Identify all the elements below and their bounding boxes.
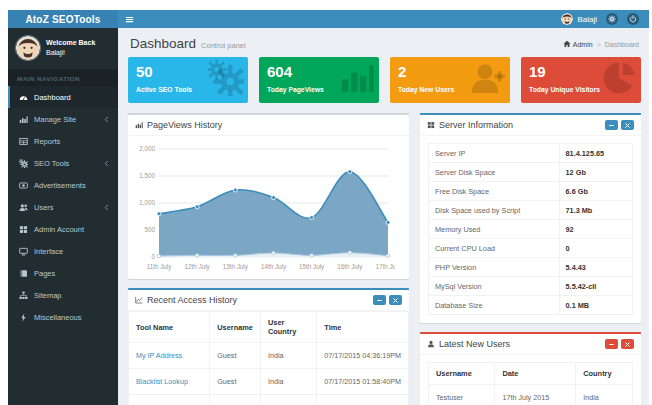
collapse-button[interactable]	[605, 120, 618, 130]
sidebar-item-users[interactable]: Users	[8, 196, 118, 218]
svg-text:17th July: 17th July	[375, 263, 395, 271]
close-button[interactable]	[621, 120, 634, 130]
tool-name-cell: Blacklist Lookup	[129, 395, 210, 405]
server-info-value: 0.1 MB	[559, 296, 632, 315]
svg-text:16th July: 16th July	[337, 263, 363, 271]
pageviews-history-panel: PageViews History 05001,0001,5002,00011t…	[128, 113, 409, 279]
sidebar-item-label: Dashboard	[34, 93, 71, 102]
gears-icon	[208, 60, 244, 100]
latest-users-title: Latest New Users	[439, 339, 510, 349]
recent-access-panel: Recent Access History Tool NameUsernameU…	[128, 288, 409, 405]
power-icon[interactable]	[627, 13, 639, 25]
table-icon	[18, 136, 28, 146]
sidebar-toggle-button[interactable]	[118, 10, 140, 28]
app-window: AtoZ SEOTools Balaji Welcome Back	[8, 10, 649, 405]
svg-text:1,000: 1,000	[139, 199, 155, 206]
settings-icon[interactable]	[606, 13, 618, 25]
sidebar-item-interface[interactable]: Interface	[8, 240, 118, 262]
column-header: Country	[576, 363, 633, 385]
server-info-value: 92	[559, 220, 632, 239]
breadcrumb-current: Dashboard	[605, 41, 639, 48]
table-header-row: Tool NameUsernameUser CountryTime	[129, 312, 409, 343]
pageviews-panel-title: PageViews History	[147, 120, 222, 130]
table-row: Blacklist LookupGuestIndia07/17/2015 01:…	[129, 395, 409, 405]
sidebar-item-dashboard[interactable]: Dashboard	[8, 86, 118, 108]
latest-users-panel: Latest New Users UsernameDateCountryTest…	[420, 332, 641, 405]
username-cell: Guest	[210, 369, 261, 395]
server-info-row: PHP Version5.4.43	[429, 258, 633, 277]
info-box-today-pageviews: 604Today PageViews	[259, 57, 379, 103]
svg-text:12th July: 12th July	[185, 263, 211, 271]
bolt-icon	[18, 312, 28, 322]
pie-chart-icon	[601, 60, 637, 100]
navbar-user-menu[interactable]: Balaji	[561, 13, 597, 25]
grid-icon	[18, 224, 28, 234]
book-icon	[18, 268, 28, 278]
column-header: Time	[317, 312, 409, 343]
home-icon	[563, 40, 571, 48]
dashboard-icon	[18, 92, 28, 102]
country-cell: India	[260, 369, 316, 395]
close-button[interactable]	[389, 295, 402, 305]
time-cell: 07/17/2015 01:58:22PM	[317, 395, 409, 405]
server-info-value: 5.5.42-cll	[559, 277, 632, 296]
tool-name-cell: Blacklist Lookup	[129, 369, 210, 395]
server-info-label: Memory Used	[429, 220, 560, 239]
sidebar-item-sitemap[interactable]: Sitemap	[8, 284, 118, 306]
tool-link[interactable]: My IP Address	[136, 351, 182, 360]
ad-icon	[18, 180, 28, 190]
recent-access-title: Recent Access History	[147, 295, 237, 305]
server-info-value: 6.6 Gb	[559, 182, 632, 201]
sidebar-item-pages[interactable]: Pages	[8, 262, 118, 284]
breadcrumb-admin-link[interactable]: Admin	[563, 40, 593, 48]
close-button[interactable]	[621, 339, 634, 349]
server-icon	[427, 121, 435, 129]
server-info-value: 71.3 Mb	[559, 201, 632, 220]
sidebar-item-manage-site[interactable]: Manage Site	[8, 108, 118, 130]
server-info-row: MySql Version5.5.42-cll	[429, 277, 633, 296]
brand-logo[interactable]: AtoZ SEOTools	[8, 10, 118, 28]
time-cell: 07/17/2015 04:36:19PM	[317, 343, 409, 369]
chevron-left-icon	[103, 160, 110, 167]
sidebar-user-panel: Welcome Back Balaji!	[8, 28, 118, 69]
sidebar-item-seo-tools[interactable]: SEO Tools	[8, 152, 118, 174]
collapse-button[interactable]	[605, 339, 618, 349]
svg-text:500: 500	[144, 226, 155, 233]
tool-name-cell: My IP Address	[129, 343, 210, 369]
username-cell: Guest	[210, 395, 261, 405]
navbar-username: Balaji	[577, 15, 597, 24]
sidebar-item-label: Miscellaneous	[34, 313, 82, 322]
column-header: Username	[429, 363, 495, 385]
column-header: Username	[210, 312, 261, 343]
server-info-row: Disk Space used by Script71.3 Mb	[429, 201, 633, 220]
server-info-label: Disk Space used by Script	[429, 201, 560, 220]
info-box-today-unique-visitors: 19Today Unique Visitors	[521, 57, 641, 103]
sidebar-item-label: Admin Account	[34, 225, 84, 234]
desktop-icon	[18, 246, 28, 256]
server-info-label: PHP Version	[429, 258, 560, 277]
column-header: Date	[495, 363, 576, 385]
bar-chart-icon	[18, 114, 28, 124]
server-info-value: 12 Gb	[559, 163, 632, 182]
server-info-label: Current CPU Load	[429, 239, 560, 258]
welcome-text: Welcome Back	[46, 38, 95, 49]
sidebar-username: Balaji!	[46, 48, 95, 59]
server-info-row: Server IP81.4.125.65	[429, 144, 633, 163]
table-header-row: UsernameDateCountry	[429, 363, 633, 385]
bar-chart-icon	[339, 60, 375, 100]
sidebar-item-admin-account[interactable]: Admin Account	[8, 218, 118, 240]
sidebar-item-label: Pages	[34, 269, 55, 278]
pageviews-chart: 05001,0001,5002,00011th July12th July13t…	[128, 136, 409, 279]
server-info-label: MySql Version	[429, 277, 560, 296]
sidebar-item-label: Sitemap	[34, 291, 62, 300]
tool-link[interactable]: Blacklist Lookup	[136, 377, 188, 386]
sidebar-item-miscellaneous[interactable]: Miscellaneous	[8, 306, 118, 328]
sidebar-item-advertisements[interactable]: Advertisements	[8, 174, 118, 196]
server-info-panel: Server Information Server IP81.4.125.65S…	[420, 113, 641, 323]
server-info-label: Database Size	[429, 296, 560, 315]
collapse-button[interactable]	[373, 295, 386, 305]
user-plus-icon	[470, 60, 506, 100]
server-info-label: Server Disk Space	[429, 163, 560, 182]
table-row: Blacklist LookupGuestIndia07/17/2015 01:…	[129, 369, 409, 395]
sidebar-item-reports[interactable]: Reports	[8, 130, 118, 152]
